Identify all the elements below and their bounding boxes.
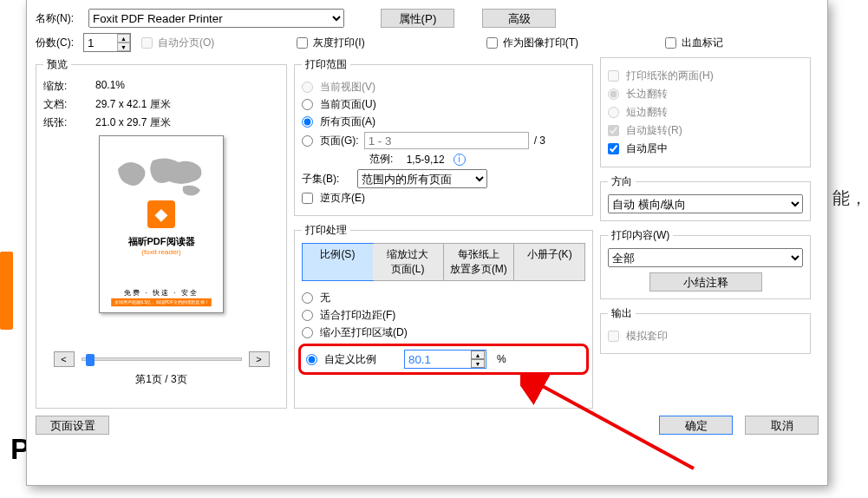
preview-slider[interactable]	[82, 357, 242, 361]
print-range-legend: 打印范围	[302, 57, 350, 72]
print-range-panel: 打印范围 当前视图(V) 当前页面(U) 所有页面(A) 页面(G): / 3 …	[294, 57, 593, 216]
page-position-label: 第1页 / 3页	[43, 372, 279, 387]
print-as-image-option[interactable]: 作为图像打印(T)	[486, 36, 578, 50]
percent-label: %	[497, 353, 506, 365]
properties-button[interactable]: 属性(P)	[381, 9, 454, 28]
paper-size: 21.0 x 29.7 厘米	[95, 115, 279, 130]
orientation-legend: 方向	[608, 174, 636, 189]
preview-prev-button[interactable]: <	[54, 351, 75, 367]
advanced-button[interactable]: 高级	[482, 9, 556, 28]
orientation-panel: 方向 自动 横向/纵向	[600, 174, 811, 221]
tab-fit-large[interactable]: 缩放过大 页面(L)	[373, 244, 444, 280]
short-edge-radio	[608, 107, 619, 118]
grayscale-checkbox[interactable]	[297, 37, 308, 49]
preview-product-title: 福昕PDF阅读器	[128, 235, 195, 248]
orientation-select[interactable]: 自动 横向/纵向	[608, 194, 803, 213]
collate-option: 自动分页(O)	[141, 36, 214, 50]
print-handling-legend: 打印处理	[302, 223, 350, 238]
printer-select[interactable]: Foxit PDF Reader Printer	[88, 9, 344, 28]
collate-checkbox	[141, 37, 153, 49]
foxit-logo-icon: ◆	[147, 200, 175, 228]
page-preview-thumbnail: ◆ 福昕PDF阅读器 (foxit reader) 免费 · 快速 · 安全 全…	[99, 135, 224, 313]
reverse-order-checkbox[interactable]	[302, 193, 313, 204]
all-pages-radio[interactable]	[302, 116, 313, 128]
slider-thumb[interactable]	[86, 354, 95, 366]
pages-radio[interactable]	[302, 135, 313, 147]
print-dialog: 名称(N): Foxit PDF Reader Printer 属性(P) 高级…	[26, 0, 828, 486]
handling-tabs: 比例(S) 缩放过大 页面(L) 每张纸上 放置多页(M) 小册子(K)	[302, 243, 585, 281]
scale-fit-margins-radio[interactable]	[302, 310, 313, 321]
doc-label: 文档:	[43, 97, 95, 112]
custom-scale-up[interactable]: ▲	[471, 351, 485, 359]
zoom-label: 缩放:	[43, 79, 95, 94]
copies-input[interactable]	[84, 34, 117, 51]
scale-custom-radio[interactable]	[306, 354, 317, 365]
cancel-button[interactable]: 取消	[745, 416, 819, 435]
bleed-marks-checkbox[interactable]	[665, 37, 676, 49]
summarize-comments-button[interactable]: 小结注释	[649, 272, 762, 292]
auto-rotate-checkbox	[608, 125, 619, 136]
copies-down[interactable]: ▼	[117, 43, 130, 51]
print-content-select[interactable]: 全部	[608, 248, 803, 267]
zoom-value: 80.1%	[95, 79, 279, 94]
background-hint-text: 能，	[832, 187, 867, 210]
duplex-checkbox	[608, 70, 619, 82]
simulate-overprint-checkbox	[608, 331, 619, 342]
print-as-image-checkbox[interactable]	[486, 37, 498, 49]
copies-label: 份数(C):	[36, 36, 83, 50]
copies-spinner[interactable]: ▲▼	[83, 33, 131, 52]
custom-scale-down[interactable]: ▼	[471, 359, 485, 368]
example-value: 1,5-9,12	[407, 154, 445, 166]
preview-product-subtitle: (foxit reader)	[141, 248, 180, 256]
pages-input[interactable]	[364, 132, 529, 149]
tab-booklet[interactable]: 小册子(K)	[514, 244, 584, 280]
custom-scale-input[interactable]	[405, 351, 471, 368]
custom-scale-spinner[interactable]: ▲▼	[404, 350, 486, 369]
subset-select[interactable]: 范围内的所有页面	[357, 169, 487, 188]
copies-up[interactable]: ▲	[117, 34, 130, 43]
world-map-graphic	[114, 152, 209, 200]
scale-shrink-radio[interactable]	[302, 327, 313, 338]
doc-size: 29.7 x 42.1 厘米	[95, 97, 279, 112]
bleed-marks-option[interactable]: 出血标记	[665, 36, 723, 50]
current-page-radio[interactable]	[302, 99, 313, 110]
current-view-radio	[302, 82, 313, 93]
name-label: 名称(N):	[36, 11, 83, 26]
output-legend: 输出	[608, 306, 636, 321]
paper-label: 纸张:	[43, 115, 95, 130]
print-content-legend: 打印内容(W)	[608, 228, 673, 243]
preview-legend: 预览	[43, 57, 71, 72]
ok-button[interactable]: 确定	[659, 416, 733, 435]
example-label: 范例:	[369, 152, 393, 167]
scale-none-radio[interactable]	[302, 292, 313, 304]
pages-total: / 3	[534, 134, 545, 147]
background-accent	[0, 252, 13, 330]
info-icon[interactable]: i	[454, 154, 466, 166]
subset-label: 子集(B):	[302, 172, 352, 187]
grayscale-option[interactable]: 灰度打印(I)	[297, 36, 364, 50]
print-handling-panel: 打印处理 比例(S) 缩放过大 页面(L) 每张纸上 放置多页(M) 小册子(K…	[294, 223, 593, 409]
tab-scale[interactable]: 比例(S)	[302, 243, 374, 281]
long-edge-radio	[608, 88, 619, 100]
paper-options-panel: 打印纸张的两面(H) 长边翻转 短边翻转 自动旋转(R) 自动居中	[600, 57, 811, 167]
print-content-panel: 打印内容(W) 全部 小结注释	[600, 228, 811, 299]
preview-next-button[interactable]: >	[249, 351, 270, 367]
preview-footer: 免费 · 快速 · 安全 全球用户超越6.5亿，阅读PDF文档的理想选择！	[100, 288, 223, 307]
auto-center-checkbox[interactable]	[608, 143, 619, 154]
page-setup-button[interactable]: 页面设置	[36, 416, 109, 435]
output-panel: 输出 模拟套印	[600, 306, 811, 354]
preview-panel: 预览 缩放: 80.1% 文档: 29.7 x 42.1 厘米 纸张: 21.0…	[36, 57, 287, 409]
tab-multi-per-sheet[interactable]: 每张纸上 放置多页(M)	[444, 244, 515, 280]
